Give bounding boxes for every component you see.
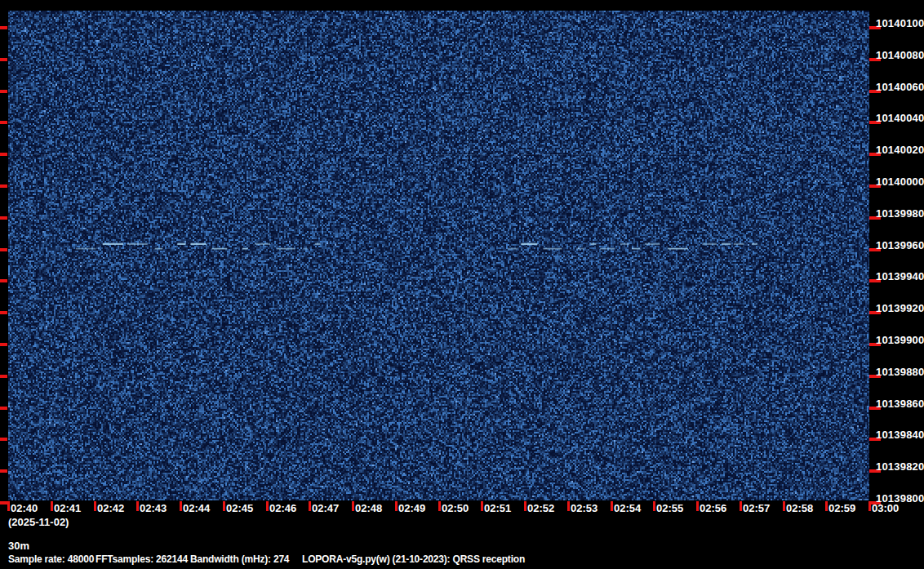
bandwidth-label: Bandwidth (mHz): 274 <box>190 553 289 565</box>
freq-tick-left <box>0 26 7 29</box>
freq-tick-left <box>0 153 7 156</box>
time-tick <box>266 501 269 511</box>
freq-tick-label: 10139960 <box>876 240 924 251</box>
freq-tick-label: 10139860 <box>876 398 924 409</box>
time-tick <box>783 501 785 511</box>
time-tick-label: 02:49 <box>398 503 425 514</box>
time-tick-label: 02:50 <box>442 503 469 514</box>
time-tick <box>51 501 53 511</box>
freq-tick-left <box>0 469 7 473</box>
time-tick-label: 02:51 <box>484 503 511 514</box>
freq-tick-left <box>0 184 7 188</box>
time-tick-label: 02:54 <box>614 503 641 514</box>
time-tick <box>524 501 526 511</box>
freq-tick-label: 10140040 <box>876 113 924 123</box>
time-tick-label: 02:41 <box>54 503 81 514</box>
freq-tick-label: 10140100 <box>876 18 924 29</box>
freq-tick-label: 10139980 <box>876 208 924 219</box>
freq-tick-left <box>0 311 7 314</box>
time-tick <box>223 501 225 511</box>
freq-tick-label: 10139900 <box>876 335 924 345</box>
time-tick-label: 02:43 <box>140 503 167 514</box>
time-tick <box>696 501 699 511</box>
time-tick <box>136 501 139 511</box>
qrss-grabber-window: 1014010010140080101400601014004010140020… <box>0 0 924 569</box>
time-tick-label: 02:48 <box>355 503 382 514</box>
time-tick-label: 02:58 <box>786 503 813 514</box>
time-tick-label: 02:44 <box>183 503 210 514</box>
freq-tick-left <box>0 216 7 220</box>
time-tick-label: 02:42 <box>97 503 124 514</box>
time-tick <box>740 501 742 511</box>
freq-tick-label: 10140020 <box>876 144 924 155</box>
time-tick <box>438 501 441 511</box>
time-tick-label: 02:46 <box>269 503 296 514</box>
time-tick-label: 02:47 <box>312 503 339 514</box>
time-tick <box>611 501 613 511</box>
freq-tick-label: 10139840 <box>876 429 924 440</box>
time-tick-label: 03:00 <box>872 503 899 514</box>
freq-tick-label: 10140000 <box>876 176 924 187</box>
time-tick-label: 02:53 <box>571 503 597 514</box>
time-tick <box>567 501 570 511</box>
time-tick-label: 02:57 <box>743 503 770 514</box>
freq-tick-label: 10139920 <box>876 303 924 313</box>
time-tick <box>825 501 828 511</box>
app-version-label: LOPORA-v5g.py(w) (21-10-2023): QRSS rece… <box>302 553 525 565</box>
time-tick-label: 02:52 <box>527 503 554 514</box>
time-tick-label: 02:40 <box>11 503 38 514</box>
time-tick-label: 02:45 <box>226 503 253 514</box>
time-tick <box>180 501 182 511</box>
sample-rate-label: Sample rate: 48000 <box>8 553 94 565</box>
freq-tick-left <box>0 438 7 441</box>
spectrogram-canvas <box>8 11 869 500</box>
freq-tick-left <box>0 343 7 346</box>
time-tick <box>352 501 354 511</box>
fft-samples-label: FFTsamples: 262144 <box>96 553 188 565</box>
freq-tick-label: 10139880 <box>876 367 924 377</box>
band-label: 30m <box>8 540 29 552</box>
freq-tick-left <box>0 375 7 378</box>
freq-tick-left <box>0 90 7 93</box>
freq-tick-left <box>0 279 7 282</box>
freq-tick-left <box>0 121 7 124</box>
time-tick <box>481 501 483 511</box>
time-tick <box>868 501 871 511</box>
freq-tick-label: 10139940 <box>876 271 924 282</box>
freq-tick-label: 10140080 <box>876 50 924 60</box>
corner-tick <box>0 501 8 505</box>
time-tick <box>94 501 96 511</box>
date-label: (2025-11-02) <box>8 516 69 528</box>
time-tick-label: 02:55 <box>656 503 683 514</box>
time-tick <box>395 501 398 511</box>
time-tick-label: 02:59 <box>828 503 855 514</box>
freq-tick-left <box>0 58 7 61</box>
freq-tick-label: 10140060 <box>876 82 924 92</box>
freq-tick-label: 10139820 <box>876 461 924 472</box>
freq-tick-left <box>0 248 7 251</box>
freq-tick-left <box>0 407 7 410</box>
time-tick-label: 02:56 <box>700 503 726 514</box>
time-tick <box>309 501 311 511</box>
time-tick <box>653 501 655 511</box>
